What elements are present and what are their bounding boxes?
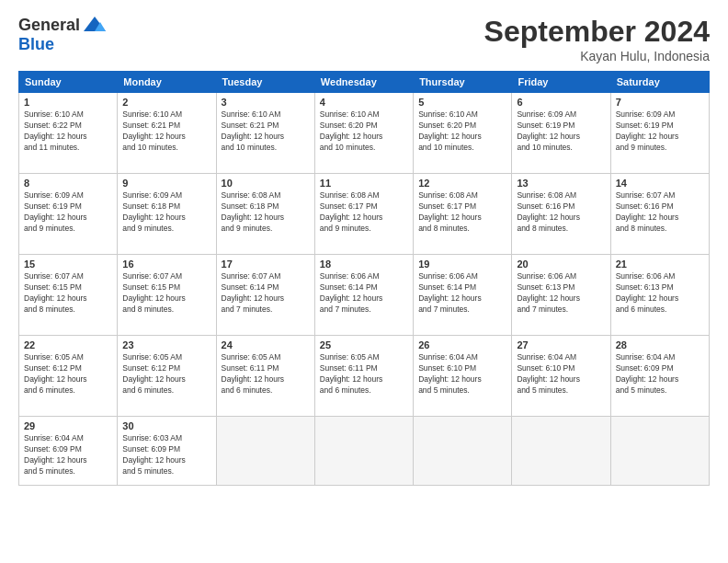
table-row: 7Sunrise: 6:09 AM Sunset: 6:19 PM Daylig… (610, 93, 709, 174)
header-wednesday: Wednesday (314, 72, 413, 93)
day-info: Sunrise: 6:09 AM Sunset: 6:18 PM Dayligh… (122, 190, 210, 235)
calendar-header-row: Sunday Monday Tuesday Wednesday Thursday… (19, 72, 710, 93)
day-info: Sunrise: 6:04 AM Sunset: 6:10 PM Dayligh… (517, 352, 605, 396)
day-number: 13 (517, 178, 605, 189)
day-info: Sunrise: 6:10 AM Sunset: 6:21 PM Dayligh… (222, 109, 310, 154)
table-row: 21Sunrise: 6:06 AM Sunset: 6:13 PM Dayli… (610, 255, 709, 336)
day-info: Sunrise: 6:10 AM Sunset: 6:20 PM Dayligh… (320, 109, 408, 154)
day-info: Sunrise: 6:07 AM Sunset: 6:16 PM Dayligh… (616, 190, 704, 235)
day-number: 10 (222, 178, 310, 189)
day-info: Sunrise: 6:07 AM Sunset: 6:15 PM Dayligh… (24, 271, 112, 316)
day-number: 16 (122, 259, 210, 270)
table-row: 6Sunrise: 6:09 AM Sunset: 6:19 PM Daylig… (512, 93, 610, 174)
table-row (610, 417, 709, 486)
table-row: 22Sunrise: 6:05 AM Sunset: 6:12 PM Dayli… (19, 336, 118, 417)
day-info: Sunrise: 6:03 AM Sunset: 6:09 PM Dayligh… (122, 433, 210, 477)
day-info: Sunrise: 6:10 AM Sunset: 6:20 PM Dayligh… (418, 109, 506, 154)
day-number: 17 (222, 259, 310, 270)
table-row: 10Sunrise: 6:08 AM Sunset: 6:18 PM Dayli… (216, 174, 314, 255)
table-row: 11Sunrise: 6:08 AM Sunset: 6:17 PM Dayli… (314, 174, 413, 255)
table-row: 24Sunrise: 6:05 AM Sunset: 6:11 PM Dayli… (216, 336, 314, 417)
day-number: 27 (517, 339, 605, 350)
table-row: 1Sunrise: 6:10 AM Sunset: 6:22 PM Daylig… (19, 93, 118, 174)
table-row: 17Sunrise: 6:07 AM Sunset: 6:14 PM Dayli… (216, 255, 314, 336)
day-info: Sunrise: 6:04 AM Sunset: 6:10 PM Dayligh… (418, 352, 506, 396)
table-row: 15Sunrise: 6:07 AM Sunset: 6:15 PM Dayli… (19, 255, 118, 336)
day-number: 2 (122, 97, 210, 108)
day-info: Sunrise: 6:06 AM Sunset: 6:14 PM Dayligh… (320, 271, 408, 316)
location-subtitle: Kayan Hulu, Indonesia (484, 49, 710, 63)
day-number: 3 (222, 97, 310, 108)
table-row: 18Sunrise: 6:06 AM Sunset: 6:14 PM Dayli… (314, 255, 413, 336)
header-saturday: Saturday (610, 72, 709, 93)
day-info: Sunrise: 6:05 AM Sunset: 6:12 PM Dayligh… (24, 352, 112, 396)
logo-blue-text: Blue (18, 35, 54, 54)
day-number: 14 (616, 178, 704, 189)
month-title: September 2024 (484, 15, 710, 49)
day-number: 23 (122, 339, 210, 350)
day-info: Sunrise: 6:10 AM Sunset: 6:21 PM Dayligh… (122, 109, 210, 154)
day-number: 24 (222, 339, 310, 350)
day-info: Sunrise: 6:06 AM Sunset: 6:14 PM Dayligh… (418, 271, 506, 316)
day-info: Sunrise: 6:09 AM Sunset: 6:19 PM Dayligh… (517, 109, 605, 154)
day-number: 9 (122, 178, 210, 189)
table-row (216, 417, 314, 486)
table-row: 14Sunrise: 6:07 AM Sunset: 6:16 PM Dayli… (610, 174, 709, 255)
header-sunday: Sunday (19, 72, 118, 93)
day-number: 8 (24, 178, 112, 189)
header-tuesday: Tuesday (216, 72, 314, 93)
table-row: 23Sunrise: 6:05 AM Sunset: 6:12 PM Dayli… (118, 336, 216, 417)
day-number: 15 (24, 259, 112, 270)
table-row: 27Sunrise: 6:04 AM Sunset: 6:10 PM Dayli… (512, 336, 610, 417)
table-row: 9Sunrise: 6:09 AM Sunset: 6:18 PM Daylig… (118, 174, 216, 255)
day-info: Sunrise: 6:08 AM Sunset: 6:17 PM Dayligh… (320, 190, 408, 235)
day-number: 28 (616, 339, 704, 350)
table-row: 20Sunrise: 6:06 AM Sunset: 6:13 PM Dayli… (512, 255, 610, 336)
day-number: 4 (320, 97, 408, 108)
table-row: 29Sunrise: 6:04 AM Sunset: 6:09 PM Dayli… (19, 417, 118, 486)
header-monday: Monday (118, 72, 216, 93)
day-number: 20 (517, 259, 605, 270)
title-section: September 2024 Kayan Hulu, Indonesia (484, 15, 710, 63)
header-thursday: Thursday (414, 72, 512, 93)
day-info: Sunrise: 6:08 AM Sunset: 6:18 PM Dayligh… (222, 190, 310, 235)
day-number: 1 (24, 97, 112, 108)
table-row: 2Sunrise: 6:10 AM Sunset: 6:21 PM Daylig… (118, 93, 216, 174)
day-number: 18 (320, 259, 408, 270)
day-number: 26 (418, 339, 506, 350)
day-number: 19 (418, 259, 506, 270)
day-info: Sunrise: 6:05 AM Sunset: 6:12 PM Dayligh… (122, 352, 210, 396)
day-number: 25 (320, 339, 408, 350)
table-row: 25Sunrise: 6:05 AM Sunset: 6:11 PM Dayli… (314, 336, 413, 417)
day-info: Sunrise: 6:09 AM Sunset: 6:19 PM Dayligh… (24, 190, 112, 235)
day-info: Sunrise: 6:09 AM Sunset: 6:19 PM Dayligh… (616, 109, 704, 154)
day-info: Sunrise: 6:05 AM Sunset: 6:11 PM Dayligh… (320, 352, 408, 396)
day-info: Sunrise: 6:04 AM Sunset: 6:09 PM Dayligh… (616, 352, 704, 396)
header-friday: Friday (512, 72, 610, 93)
logo-general-text: General (18, 16, 80, 35)
day-info: Sunrise: 6:06 AM Sunset: 6:13 PM Dayligh… (616, 271, 704, 316)
day-info: Sunrise: 6:05 AM Sunset: 6:11 PM Dayligh… (222, 352, 310, 396)
day-number: 21 (616, 259, 704, 270)
day-number: 7 (616, 97, 704, 108)
table-row: 16Sunrise: 6:07 AM Sunset: 6:15 PM Dayli… (118, 255, 216, 336)
logo: General Blue (18, 15, 108, 54)
calendar-table: Sunday Monday Tuesday Wednesday Thursday… (18, 71, 710, 486)
day-info: Sunrise: 6:07 AM Sunset: 6:15 PM Dayligh… (122, 271, 210, 316)
table-row: 8Sunrise: 6:09 AM Sunset: 6:19 PM Daylig… (19, 174, 118, 255)
table-row (414, 417, 512, 486)
table-row: 5Sunrise: 6:10 AM Sunset: 6:20 PM Daylig… (414, 93, 512, 174)
table-row: 3Sunrise: 6:10 AM Sunset: 6:21 PM Daylig… (216, 93, 314, 174)
day-info: Sunrise: 6:04 AM Sunset: 6:09 PM Dayligh… (24, 433, 112, 477)
day-number: 12 (418, 178, 506, 189)
day-info: Sunrise: 6:08 AM Sunset: 6:16 PM Dayligh… (517, 190, 605, 235)
table-row: 26Sunrise: 6:04 AM Sunset: 6:10 PM Dayli… (414, 336, 512, 417)
day-number: 30 (122, 420, 210, 431)
table-row: 28Sunrise: 6:04 AM Sunset: 6:09 PM Dayli… (610, 336, 709, 417)
table-row: 30Sunrise: 6:03 AM Sunset: 6:09 PM Dayli… (118, 417, 216, 486)
day-info: Sunrise: 6:06 AM Sunset: 6:13 PM Dayligh… (517, 271, 605, 316)
day-info: Sunrise: 6:08 AM Sunset: 6:17 PM Dayligh… (418, 190, 506, 235)
day-info: Sunrise: 6:10 AM Sunset: 6:22 PM Dayligh… (24, 109, 112, 154)
table-row (512, 417, 610, 486)
day-info: Sunrise: 6:07 AM Sunset: 6:14 PM Dayligh… (222, 271, 310, 316)
